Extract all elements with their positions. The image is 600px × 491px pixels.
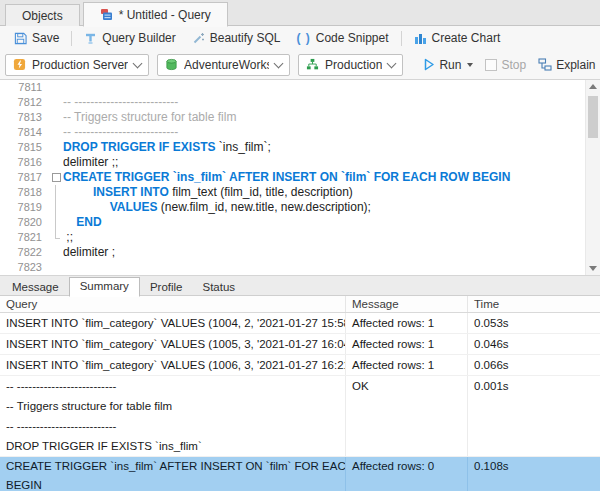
chevron-down-icon bbox=[133, 58, 143, 68]
editor-line[interactable]: 7821 ;; bbox=[0, 230, 600, 245]
query-tool-window: Objects * Untitled - Query Save bbox=[0, 0, 600, 491]
code-snippet-button[interactable]: ( ) Code Snippet bbox=[288, 27, 396, 49]
fold-margin bbox=[50, 110, 63, 125]
tab-summary[interactable]: Summary bbox=[69, 277, 140, 297]
code-text: delimiter ;; bbox=[63, 155, 600, 170]
code-text: -- -------------------------- bbox=[63, 125, 600, 140]
column-header-time[interactable]: Time bbox=[468, 296, 600, 312]
document-tabbar: Objects * Untitled - Query bbox=[0, 0, 600, 26]
code-text: delimiter ; bbox=[63, 245, 600, 260]
tab-query-untitled[interactable]: * Untitled - Query bbox=[83, 2, 228, 27]
fold-margin bbox=[50, 140, 63, 155]
editor-line[interactable]: 7823 bbox=[0, 260, 600, 275]
line-number: 7821 bbox=[0, 230, 50, 245]
editor-line[interactable]: 7817CREATE TRIGGER `ins_film` AFTER INSE… bbox=[0, 170, 600, 185]
column-header-message[interactable]: Message bbox=[346, 296, 468, 312]
toolbar-separator bbox=[71, 31, 72, 46]
grid-header-row: Query Message Time bbox=[0, 296, 600, 313]
editor-line[interactable]: 7815DROP TRIGGER IF EXISTS `ins_film`; bbox=[0, 140, 600, 155]
code-text: ;; bbox=[63, 230, 600, 245]
server-connection-icon bbox=[13, 58, 26, 71]
editor-line[interactable]: 7816delimiter ;; bbox=[0, 155, 600, 170]
sql-editor[interactable]: 78117812-- --------------------------781… bbox=[0, 80, 600, 276]
tab-objects[interactable]: Objects bbox=[5, 4, 80, 26]
query-cell: -- ---------------------------- Triggers… bbox=[0, 376, 346, 456]
time-cell: 0.053s bbox=[468, 313, 600, 333]
time-cell: 0.001s bbox=[468, 376, 600, 456]
database-icon bbox=[165, 58, 178, 71]
result-tabbar: Message Summary Profile Status bbox=[0, 276, 600, 296]
code-text: VALUES (new.film_id, new.title, new.desc… bbox=[63, 200, 600, 215]
editor-line[interactable]: 7822delimiter ; bbox=[0, 245, 600, 260]
tab-message[interactable]: Message bbox=[2, 279, 69, 296]
query-cell: INSERT INTO `flim_category` VALUES (1004… bbox=[0, 313, 346, 333]
fold-marker-icon bbox=[50, 230, 63, 245]
grid-body: INSERT INTO `flim_category` VALUES (1004… bbox=[0, 313, 600, 491]
schema-select-value: Production bbox=[325, 58, 382, 72]
fold-margin bbox=[50, 125, 63, 140]
save-button[interactable]: Save bbox=[6, 27, 67, 49]
scrollbar-thumb[interactable] bbox=[588, 96, 598, 138]
table-row[interactable]: INSERT INTO `flim_category` VALUES (1006… bbox=[0, 355, 600, 376]
run-button[interactable]: Run bbox=[423, 58, 473, 72]
chevron-down-icon bbox=[274, 58, 284, 68]
bar-chart-icon bbox=[414, 32, 427, 45]
table-row[interactable]: INSERT INTO `flim_category` VALUES (1004… bbox=[0, 313, 600, 334]
line-number: 7811 bbox=[0, 80, 50, 95]
editor-line[interactable]: 7818 INSERT INTO film_text (film_id, tit… bbox=[0, 185, 600, 200]
explain-label: Explain bbox=[556, 58, 595, 72]
save-label: Save bbox=[32, 31, 59, 45]
editor-line[interactable]: 7812-- -------------------------- bbox=[0, 95, 600, 110]
summary-grid: Query Message Time INSERT INTO `flim_cat… bbox=[0, 296, 600, 491]
line-number: 7815 bbox=[0, 140, 50, 155]
fold-margin bbox=[50, 155, 63, 170]
editor-line[interactable]: 7819 VALUES (new.film_id, new.title, new… bbox=[0, 200, 600, 215]
query-cell: INSERT INTO `flim_category` VALUES (1005… bbox=[0, 334, 346, 354]
table-row[interactable]: INSERT INTO `flim_category` VALUES (1005… bbox=[0, 334, 600, 355]
fold-margin bbox=[50, 80, 63, 95]
line-number: 7819 bbox=[0, 200, 50, 215]
explain-button[interactable]: Explain bbox=[538, 58, 595, 72]
create-chart-label: Create Chart bbox=[432, 31, 501, 45]
explain-plan-icon bbox=[538, 58, 552, 71]
tab-objects-label: Objects bbox=[22, 9, 63, 23]
toolbar-separator bbox=[401, 31, 402, 46]
connection-select-value: Production Server bbox=[32, 58, 128, 72]
line-number: 7820 bbox=[0, 215, 50, 230]
line-number: 7816 bbox=[0, 155, 50, 170]
code-text: END bbox=[63, 215, 600, 230]
tab-profile[interactable]: Profile bbox=[140, 279, 193, 296]
connection-select[interactable]: Production Server bbox=[5, 54, 149, 76]
scroll-down-arrow-icon[interactable] bbox=[589, 266, 597, 271]
fold-marker-icon[interactable] bbox=[50, 170, 63, 185]
editor-line[interactable]: 7820 END bbox=[0, 215, 600, 230]
editor-line[interactable]: 7811 bbox=[0, 80, 600, 95]
schema-select[interactable]: Production bbox=[298, 54, 403, 76]
code-text: INSERT INTO film_text (film_id, title, d… bbox=[63, 185, 600, 200]
scroll-up-arrow-icon[interactable] bbox=[589, 84, 597, 89]
editor-line[interactable]: 7813-- Triggers structure for table film bbox=[0, 110, 600, 125]
query-builder-button[interactable]: Query Builder bbox=[76, 27, 183, 49]
message-cell: Affected rows: 1 bbox=[346, 355, 468, 375]
line-number: 7817 bbox=[0, 170, 50, 185]
tab-query-label: * Untitled - Query bbox=[119, 8, 211, 22]
table-row[interactable]: -- ---------------------------- Triggers… bbox=[0, 376, 600, 457]
editor-line[interactable]: 7814-- -------------------------- bbox=[0, 125, 600, 140]
code-text bbox=[63, 80, 600, 95]
time-cell: 0.046s bbox=[468, 334, 600, 354]
tab-status[interactable]: Status bbox=[192, 279, 245, 296]
code-snippet-label: Code Snippet bbox=[316, 31, 389, 45]
column-header-query[interactable]: Query bbox=[0, 296, 346, 312]
editor-scrollbar[interactable] bbox=[585, 80, 600, 275]
line-number: 7812 bbox=[0, 95, 50, 110]
beautify-sql-button[interactable]: Beautify SQL bbox=[184, 27, 289, 49]
beautify-sql-label: Beautify SQL bbox=[210, 31, 281, 45]
create-chart-button[interactable]: Create Chart bbox=[406, 27, 509, 49]
code-text: -- Triggers structure for table film bbox=[63, 110, 600, 125]
table-row[interactable]: CREATE TRIGGER `ins_film` AFTER INSERT O… bbox=[0, 457, 600, 491]
line-number: 7822 bbox=[0, 245, 50, 260]
run-play-icon bbox=[423, 58, 435, 71]
database-select[interactable]: AdventureWorks bbox=[157, 54, 290, 76]
message-cell: OK bbox=[346, 376, 468, 456]
message-cell: Affected rows: 0 bbox=[346, 457, 468, 491]
